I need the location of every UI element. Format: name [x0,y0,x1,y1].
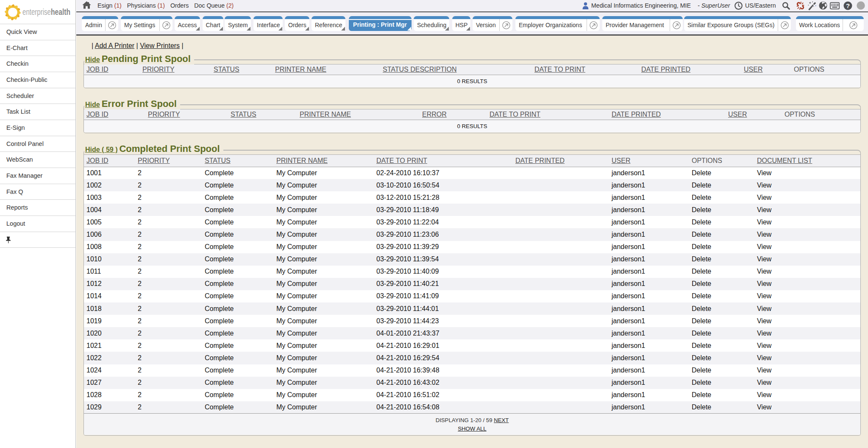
svg-text:health: health [51,7,70,17]
svg-text:?: ? [846,2,850,9]
svg-text:enterprise: enterprise [22,7,51,17]
